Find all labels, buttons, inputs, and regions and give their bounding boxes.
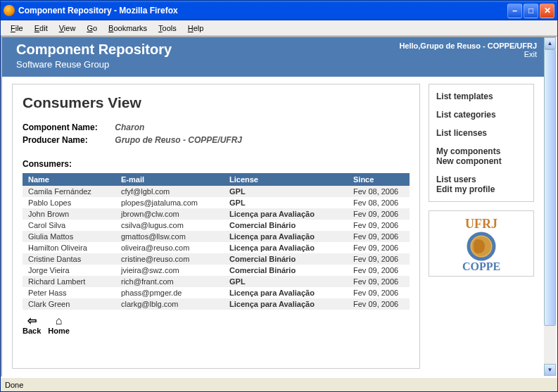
side-link-group: List usersEdit my profile — [436, 175, 526, 194]
minimize-button[interactable]: – — [507, 4, 522, 18]
maximize-button[interactable]: □ — [524, 4, 538, 18]
status-text: Done — [5, 381, 23, 389]
window-frame: Component Repository - Mozilla Firefox –… — [0, 0, 558, 392]
cell-email: csilva@lugus.com — [115, 220, 224, 231]
site-subtitle: Software Reuse Group — [16, 59, 172, 70]
firefox-icon — [4, 5, 15, 16]
table-row: Peter Hassphass@pmger.deLicença para Ava… — [23, 287, 410, 298]
cell-email: gmattos@llsw.com — [115, 231, 224, 242]
col-email: E-mail — [115, 173, 224, 186]
scroll-up-button[interactable]: ▲ — [544, 37, 556, 49]
window-buttons: – □ ✕ — [507, 4, 554, 18]
component-name-value: Charon — [115, 122, 144, 132]
table-row: Pablo Lopesplopes@jataluma.comGPLFev 08,… — [23, 197, 410, 208]
cell-license: GPL — [224, 276, 348, 287]
table-header-row: Name E-mail License Since — [23, 173, 410, 186]
cell-since: Fev 08, 2006 — [348, 186, 410, 197]
cell-name: Cristine Dantas — [23, 253, 115, 265]
producer-name-label: Producer Name: — [23, 135, 113, 145]
side-link-group: List templates — [436, 91, 526, 101]
cell-license: GPL — [224, 197, 348, 208]
back-button[interactable]: ⇦ Back — [23, 315, 41, 335]
consumers-label: Consumers: — [23, 159, 410, 169]
cell-name: Jorge Vieira — [23, 265, 115, 276]
table-row: Cristine Dantascristine@reuso.comComerci… — [23, 253, 410, 265]
content-area: Component Repository Software Reuse Grou… — [1, 36, 557, 377]
cell-name: Hamilton Oliveira — [23, 242, 115, 253]
cell-since: Fev 09, 2006 — [348, 231, 410, 242]
footer-nav: ⇦ Back ⌂ Home — [23, 315, 410, 335]
statusbar: Done — [1, 377, 557, 391]
col-license: License — [224, 173, 348, 186]
close-button[interactable]: ✕ — [540, 4, 554, 18]
cell-email: rich@frant.com — [115, 276, 224, 287]
component-name-row: Component Name: Charon — [23, 122, 410, 132]
activity-indicator-icon — [542, 23, 553, 34]
side-link-list-licenses[interactable]: List licenses — [436, 128, 526, 138]
user-area: Hello,Grupo de Reuso - COPPE/UFRJ Exit — [399, 42, 537, 70]
table-row: Hamilton Oliveiraoliveira@reuso.comLicen… — [23, 242, 410, 253]
cell-license: Licença para Avaliação — [224, 208, 348, 220]
site-header: Component Repository Software Reuse Grou… — [2, 37, 544, 77]
table-row: Richard Lambertrich@frant.comGPLFev 09, … — [23, 276, 410, 287]
cell-email: phass@pmger.de — [115, 287, 224, 298]
scroll-track[interactable] — [544, 49, 556, 364]
scroll-thumb[interactable] — [544, 49, 556, 326]
menu-help[interactable]: Help — [182, 23, 210, 34]
cell-name: Richard Lambert — [23, 276, 115, 287]
menu-view[interactable]: View — [53, 23, 82, 34]
table-row: Giulia Mattosgmattos@llsw.comLicença par… — [23, 231, 410, 242]
cell-license: Licença para Avaliação — [224, 298, 348, 310]
ufrj-coppe-logo-icon: UFRJ COPPE — [450, 215, 513, 272]
cell-since: Fev 09, 2006 — [348, 242, 410, 253]
back-label: Back — [23, 327, 41, 335]
cell-email: jbrown@clw.com — [115, 208, 224, 220]
table-row: John Brownjbrown@clw.comLicença para Ava… — [23, 208, 410, 220]
titlebar[interactable]: Component Repository - Mozilla Firefox –… — [1, 1, 557, 20]
consumers-table: Name E-mail License Since Camila Fernánd… — [23, 173, 410, 310]
menu-tools[interactable]: Tools — [153, 23, 182, 34]
home-label: Home — [48, 327, 70, 335]
cell-name: Camila Fernández — [23, 186, 115, 197]
side-link-list-templates[interactable]: List templates — [436, 91, 526, 101]
main-panel: Consumers View Component Name: Charon Pr… — [12, 84, 420, 369]
side-links-box: List templatesList categoriesList licens… — [429, 84, 534, 202]
menu-file[interactable]: File — [5, 23, 29, 34]
table-row: Carol Silvacsilva@lugus.comComercial Bin… — [23, 220, 410, 231]
cell-since: Fev 09, 2006 — [348, 298, 410, 310]
cell-since: Fev 09, 2006 — [348, 208, 410, 220]
cell-since: Fev 08, 2006 — [348, 197, 410, 208]
side-link-list-users[interactable]: List users — [436, 175, 526, 184]
col-name: Name — [23, 173, 115, 186]
back-icon: ⇦ — [27, 315, 37, 327]
page-title: Consumers View — [23, 94, 410, 111]
svg-text:COPPE: COPPE — [462, 260, 500, 272]
exit-link[interactable]: Exit — [399, 50, 537, 58]
vertical-scrollbar[interactable]: ▲ ▼ — [544, 37, 556, 376]
cell-email: cristine@reuso.com — [115, 253, 224, 265]
menu-go[interactable]: Go — [81, 23, 103, 34]
menu-edit[interactable]: Edit — [29, 23, 53, 34]
side-link-my-components[interactable]: My components — [436, 146, 526, 156]
cell-license: Licença para Avaliação — [224, 287, 348, 298]
side-link-edit-my-profile[interactable]: Edit my profile — [436, 184, 526, 194]
cell-since: Fev 09, 2006 — [348, 287, 410, 298]
cell-since: Fev 09, 2006 — [348, 276, 410, 287]
cell-name: John Brown — [23, 208, 115, 220]
side-link-list-categories[interactable]: List categories — [436, 110, 526, 120]
cell-license: Comercial Binário — [224, 220, 348, 231]
col-since: Since — [348, 173, 410, 186]
menubar: FileEditViewGoBookmarksToolsHelp — [1, 20, 557, 36]
cell-license: Comercial Binário — [224, 265, 348, 276]
cell-license: GPL — [224, 186, 348, 197]
home-button[interactable]: ⌂ Home — [48, 315, 70, 335]
side-link-new-component[interactable]: New component — [436, 156, 526, 166]
side-panel: List templatesList categoriesList licens… — [429, 84, 534, 369]
cell-name: Carol Silva — [23, 220, 115, 231]
cell-email: cfyf@lgbl.com — [115, 186, 224, 197]
cell-name: Giulia Mattos — [23, 231, 115, 242]
menu-bookmarks[interactable]: Bookmarks — [103, 23, 153, 34]
producer-name-value: Grupo de Reuso - COPPE/UFRJ — [115, 135, 242, 145]
cell-email: jvieira@swz.com — [115, 265, 224, 276]
scroll-down-button[interactable]: ▼ — [544, 364, 556, 376]
